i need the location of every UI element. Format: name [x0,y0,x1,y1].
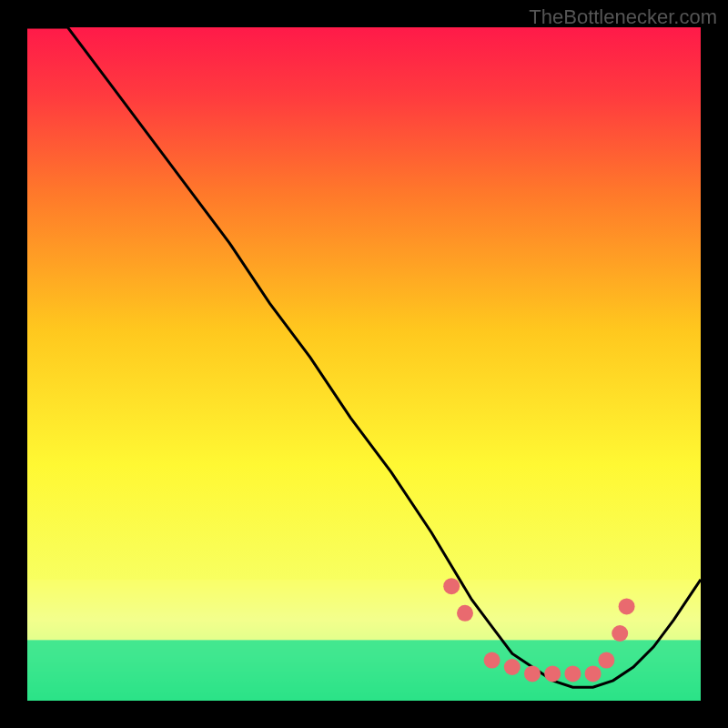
marker-dot [524,665,541,682]
marker-dot [585,665,602,682]
marker-dot [457,605,473,622]
marker-dot [484,652,500,669]
watermark-text: TheBottlenecker.com [529,5,717,29]
chart-svg [27,27,701,701]
marker-dot [612,625,628,642]
marker-dot [443,578,460,594]
marker-dot [504,659,521,675]
plot-area [27,27,701,701]
marker-dot [544,665,561,682]
svg-rect-0 [27,580,701,641]
marker-dot [619,598,635,614]
color-bands [27,580,701,701]
marker-dot [598,652,614,669]
chart-container: TheBottlenecker.com [0,0,728,728]
marker-dot [564,665,581,682]
